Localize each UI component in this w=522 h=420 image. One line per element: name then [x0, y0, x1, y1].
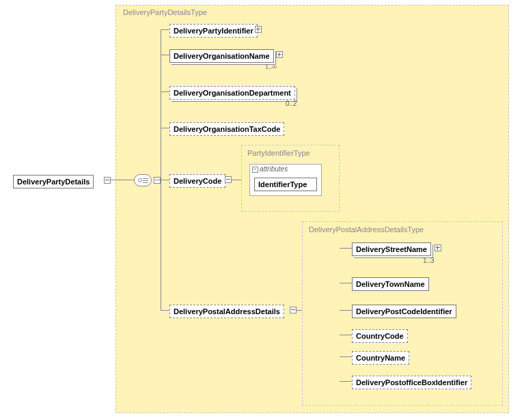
node-delivery-postal-address-details[interactable]: DeliveryPostalAddressDetails	[169, 305, 284, 318]
node-label: DeliveryOrganisationDepartment	[174, 89, 291, 97]
group-main-type-label: DeliveryPartyDetailsType	[123, 8, 207, 16]
expander-seq-main[interactable]	[154, 177, 161, 184]
expander-street-name[interactable]	[435, 244, 441, 251]
node-delivery-code[interactable]: DeliveryCode	[169, 174, 225, 188]
node-label: DeliveryOrganisationName	[174, 52, 270, 60]
node-label: DeliveryStreetName	[356, 245, 427, 253]
conn	[111, 180, 134, 180]
node-label: DeliveryPostalAddressDetails	[174, 307, 280, 316]
node-label: DeliveryPartyDetails	[17, 178, 90, 186]
conn	[340, 356, 352, 357]
expander-root[interactable]	[104, 177, 111, 184]
node-label: DeliveryPostofficeBoxIdentifier	[356, 378, 467, 387]
sequence-main[interactable]	[134, 174, 152, 186]
expander-party-identifier[interactable]	[255, 26, 262, 33]
conn	[340, 283, 352, 283]
cardinality-org-name: 1..∞	[265, 63, 277, 70]
node-label: CountryCode	[356, 332, 404, 340]
expander-org-name[interactable]	[276, 51, 283, 58]
attributes-header: attributes	[250, 165, 321, 173]
node-delivery-postoffice-box-identifier[interactable]: DeliveryPostofficeBoxIdentifier	[352, 376, 471, 389]
cardinality-org-dept: 0..2	[286, 100, 297, 107]
node-country-name[interactable]: CountryName	[352, 351, 409, 365]
group-postal-type-label: DeliveryPostalAddressDetailsType	[309, 225, 424, 234]
node-delivery-organisation-name[interactable]: DeliveryOrganisationName	[169, 49, 274, 63]
node-label: DeliveryOrganisationTaxCode	[174, 125, 280, 133]
expander-delivery-code[interactable]	[225, 176, 232, 183]
node-identifier-type[interactable]: IdentifierType	[254, 178, 317, 191]
conn	[161, 29, 161, 310]
node-label: DeliveryPostCodeIdentifier	[356, 307, 452, 316]
conn	[161, 310, 169, 311]
node-label: IdentifierType	[258, 180, 307, 188]
node-delivery-postcode-identifier[interactable]: DeliveryPostCodeIdentifier	[352, 305, 456, 318]
conn	[340, 381, 352, 382]
conn	[161, 29, 169, 30]
conn	[161, 180, 169, 180]
node-delivery-organisation-department[interactable]: DeliveryOrganisationDepartment	[169, 86, 295, 100]
conn	[161, 92, 169, 92]
node-label: DeliveryTownName	[356, 280, 425, 288]
node-delivery-street-name[interactable]: DeliveryStreetName	[352, 242, 431, 256]
attributes-box[interactable]: attributes IdentifierType	[249, 164, 322, 196]
expander-postal-details[interactable]	[290, 307, 297, 313]
conn	[155, 180, 161, 180]
cardinality-street-name: 1..3	[423, 257, 435, 264]
node-delivery-party-details[interactable]: DeliveryPartyDetails	[13, 175, 94, 188]
node-delivery-party-identifier[interactable]: DeliveryPartyIdentifier	[169, 24, 258, 38]
conn	[161, 128, 169, 128]
node-country-code[interactable]: CountryCode	[352, 329, 408, 343]
group-party-identifier-type-label: PartyIdentifierType	[247, 149, 310, 157]
node-label: DeliveryPartyIdentifier	[174, 27, 253, 35]
node-delivery-organisation-tax-code[interactable]: DeliveryOrganisationTaxCode	[169, 122, 284, 136]
node-label: CountryName	[356, 354, 405, 362]
node-label: DeliveryCode	[174, 177, 221, 185]
conn	[340, 310, 352, 311]
conn	[161, 55, 169, 55]
conn	[340, 248, 352, 249]
node-delivery-town-name[interactable]: DeliveryTownName	[352, 277, 429, 291]
conn	[340, 335, 352, 335]
